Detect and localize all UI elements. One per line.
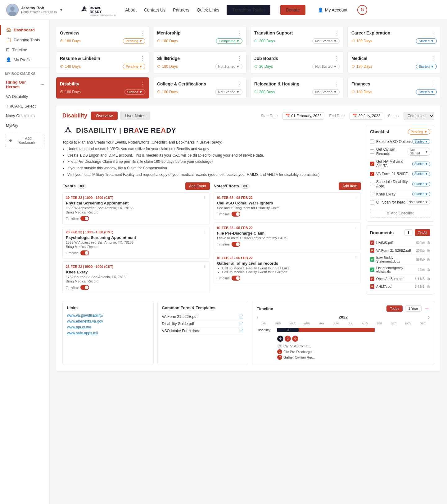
form-item-2[interactable]: VSO Intake Form.docx 📄: [162, 328, 244, 335]
add-event-button[interactable]: Add Event: [185, 182, 210, 190]
card-jobboards-menu[interactable]: ⋮: [334, 56, 340, 61]
card-overview-menu[interactable]: ⋮: [140, 30, 145, 36]
card-mentorship-menu[interactable]: ⋮: [237, 30, 242, 36]
form-item-0[interactable]: VA Form 21-526E.pdf 📄: [162, 313, 244, 320]
card-skillbridge-status[interactable]: Not Started ▼: [215, 64, 242, 69]
sidebar-item-timeline[interactable]: ⊡ Timeline: [0, 45, 49, 55]
event-0-toggle[interactable]: [80, 216, 89, 221]
card-college-menu[interactable]: ⋮: [237, 81, 242, 87]
card-resume-menu[interactable]: ⋮: [140, 56, 145, 61]
link-0[interactable]: www.va.gov/disability/: [67, 313, 149, 318]
nav-contact[interactable]: Contact Us: [144, 7, 165, 12]
card-jobboards[interactable]: Job Boards ⋮ ⏱ 30 Days Not Started ▼: [250, 52, 344, 73]
checkbox-6[interactable]: [370, 200, 374, 204]
download-icon-3[interactable]: ⊕: [427, 267, 430, 272]
card-relocation[interactable]: Relocation & Housing ⋮ ⏱ 200 Days Not St…: [250, 77, 344, 99]
nav-quick-links[interactable]: Quick Links: [197, 7, 219, 12]
nav-about[interactable]: About: [125, 7, 137, 12]
user-profile[interactable]: Jeremy Bob Petty Officer First Class ▼: [6, 4, 63, 16]
checkbox-2[interactable]: ✓: [370, 162, 374, 166]
card-transition-menu[interactable]: ⋮: [334, 30, 340, 36]
donate-button[interactable]: Donate: [280, 5, 305, 15]
link-2[interactable]: www.api.id.me: [67, 325, 149, 329]
checkbox-5[interactable]: [370, 192, 374, 196]
sidebar-item-planning[interactable]: 📋 Planning Tools: [0, 35, 49, 45]
upload-button[interactable]: ⬆: [404, 229, 413, 236]
add-bookmark-button[interactable]: ⊕ + Add Bookmark: [5, 134, 44, 147]
card-overview[interactable]: Overview ⋮ ⏱ 180 Days Pending ▼: [56, 26, 149, 48]
note-1-menu[interactable]: ⋮: [354, 226, 358, 230]
card-college-status[interactable]: Not Started ▼: [215, 89, 242, 95]
card-finances-status[interactable]: Started ▼: [416, 89, 437, 95]
status-dropdown[interactable]: Completed Started Not Started Pending: [404, 112, 434, 120]
download-icon-0[interactable]: ⊕: [427, 240, 430, 245]
download-icon-5[interactable]: ⊕: [427, 284, 430, 289]
download-icon-1[interactable]: ⊕: [427, 248, 430, 253]
card-mentorship-status[interactable]: Completed ▼: [216, 38, 242, 44]
account-link[interactable]: 👤 My Account: [318, 7, 347, 12]
tab-notes[interactable]: User Notes: [120, 112, 150, 120]
checklist-status-2[interactable]: Started ▼: [412, 162, 430, 166]
form-item-1[interactable]: Disability Guide.pdf 📄: [162, 320, 244, 328]
checkbox-1[interactable]: [370, 149, 374, 154]
toolkit-button[interactable]: Transition Toolkit: [227, 5, 270, 15]
card-relocation-menu[interactable]: ⋮: [334, 81, 340, 87]
card-transition[interactable]: Transition Support ⋮ ⏱ 200 Days Not Star…: [250, 26, 344, 48]
sidebar-item-profile[interactable]: 👤 My Profile: [0, 55, 49, 65]
event-dot-1[interactable]: ⏱: [285, 336, 291, 342]
timeline-today-tab[interactable]: Today: [386, 305, 402, 312]
sidebar-item-va[interactable]: VA Disability: [0, 92, 49, 101]
download-icon-2[interactable]: ⊕: [427, 257, 430, 262]
add-checklist-button[interactable]: ⊕ Add Checklist: [370, 209, 430, 218]
card-career-menu[interactable]: ⋮: [431, 30, 437, 36]
checklist-status-1[interactable]: Not Started ▼: [408, 148, 430, 156]
event-0-menu[interactable]: ⋮: [203, 196, 206, 200]
event-2-menu[interactable]: ⋮: [203, 265, 206, 269]
card-disability-menu[interactable]: ⋮: [140, 81, 145, 87]
note-2-menu[interactable]: ⋮: [354, 256, 358, 260]
sidebar-item-navy[interactable]: Navy Quicklinks: [0, 111, 49, 121]
nav-partners[interactable]: Partners: [173, 7, 189, 12]
checklist-status-0[interactable]: Started ▼: [412, 139, 430, 144]
card-career[interactable]: Career Exploration ⋮ ⏱ 180 Days Started …: [347, 26, 441, 48]
card-finances[interactable]: Finances ⋮ ⏱ 180 Days Started ▼: [347, 77, 441, 99]
checklist-status-3[interactable]: Started ▼: [412, 172, 430, 176]
checklist-status-6[interactable]: Not Started ▼: [407, 200, 431, 204]
card-skillbridge[interactable]: SkillBridge ⋮ ⏱ 180 Days Not Started ▼: [153, 52, 246, 73]
sidebar-item-dashboard[interactable]: 🏠 Dashboard: [0, 25, 49, 35]
card-resume[interactable]: Resume & LinkedIn ⋮ ⏱ 140 Days Pending ▼: [56, 52, 149, 73]
checkbox-3[interactable]: ✓: [370, 172, 374, 176]
card-disability-status[interactable]: Started ▼: [124, 89, 145, 95]
note-1-toggle[interactable]: [232, 242, 240, 247]
checklist-status[interactable]: Pending ▼: [408, 129, 430, 135]
note-0-toggle[interactable]: [232, 212, 240, 217]
zip-button[interactable]: Zip All: [415, 229, 430, 236]
card-college[interactable]: College & Certifications ⋮ ⏱ 180 Days No…: [153, 77, 246, 99]
download-icon-4[interactable]: ⊕: [427, 276, 430, 281]
card-overview-status[interactable]: Pending ▼: [123, 38, 145, 44]
link-1[interactable]: www.ebenefits.va.gov: [67, 319, 149, 323]
add-note-button[interactable]: Add Item: [339, 182, 361, 190]
checkbox-0[interactable]: [370, 140, 374, 144]
refresh-button[interactable]: ↻: [357, 5, 367, 15]
card-finances-menu[interactable]: ⋮: [431, 81, 437, 87]
event-2-toggle[interactable]: [80, 285, 89, 290]
card-jobboards-status[interactable]: Not Started ▼: [312, 64, 340, 69]
event-dot-2[interactable]: ⏱: [292, 336, 298, 342]
event-1-menu[interactable]: ⋮: [203, 230, 206, 234]
next-year-button[interactable]: ›: [428, 314, 430, 320]
card-medical-menu[interactable]: ⋮: [431, 56, 437, 61]
checkbox-4[interactable]: [370, 182, 374, 186]
card-career-status[interactable]: Started ▼: [416, 38, 437, 44]
card-disability[interactable]: Disability ⋮ ⏱ 180 Days Started ▼: [56, 77, 149, 99]
section-status-select[interactable]: Completed Started Not Started Pending: [404, 112, 434, 120]
sidebar-item-tricare[interactable]: TRiCARE Select: [0, 101, 49, 111]
tab-overview[interactable]: Overview: [91, 112, 118, 120]
timeline-year-tab[interactable]: 1 Year: [405, 305, 422, 312]
card-medical-status[interactable]: Started ▼: [416, 64, 437, 69]
card-transition-status[interactable]: Not Started ▼: [312, 38, 340, 44]
arrow-right-icon[interactable]: →: [424, 305, 430, 312]
card-skillbridge-menu[interactable]: ⋮: [237, 56, 242, 61]
card-medical[interactable]: Medical ⋮ ⏱ 180 Days Started ▼: [347, 52, 441, 73]
note-0-menu[interactable]: ⋮: [354, 196, 358, 200]
